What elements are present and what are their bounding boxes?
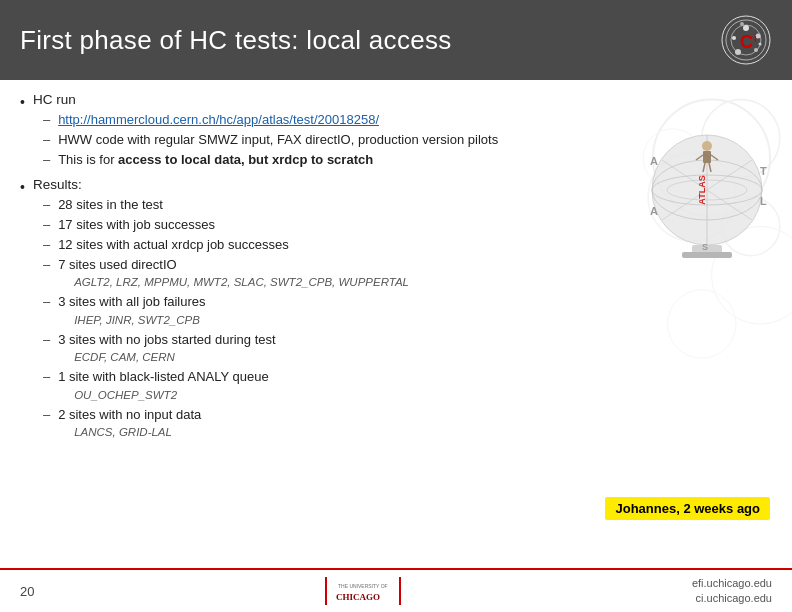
- svg-rect-35: [703, 151, 711, 163]
- svg-text:L: L: [760, 195, 767, 207]
- svg-text:T: T: [760, 165, 767, 177]
- footer-divider-right: [399, 577, 401, 605]
- results-label: Results:: [33, 177, 82, 192]
- footer-logos: THE UNIVERSITY OF CHICAGO: [325, 576, 401, 606]
- svg-point-9: [759, 43, 762, 46]
- svg-text:A: A: [650, 155, 658, 167]
- sites-2-noinput: 2 sites with no input data: [58, 406, 201, 425]
- hc-run-label: HC run: [33, 92, 76, 107]
- svg-point-7: [732, 36, 736, 40]
- list-item: – 17 sites with job successes: [43, 216, 632, 235]
- sites-28: 28 sites in the test: [58, 196, 632, 215]
- list-item: – HWW code with regular SMWZ input, FAX …: [43, 131, 632, 150]
- hww-text: HWW code with regular SMWZ input, FAX di…: [58, 131, 632, 150]
- content-area: • HC run – http://hammercloud.cern.ch/hc…: [0, 80, 792, 568]
- bullet-results: • Results: – 28 sites in the test – 17 s…: [20, 175, 632, 443]
- bullet-hc-run: • HC run – http://hammercloud.cern.ch/hc…: [20, 90, 632, 171]
- slide: First phase of HC tests: local access C …: [0, 0, 792, 612]
- list-item: – 3 sites with all job failures IHEP, JI…: [43, 293, 632, 330]
- sites-3-failures-list: IHEP, JINR, SWT2_CPB: [74, 312, 205, 329]
- highlight-text: Johannes, 2 weeks ago: [615, 501, 760, 516]
- svg-point-8: [740, 22, 744, 26]
- sites-1-blacklist-name: OU_OCHEP_SWT2: [74, 387, 269, 404]
- svg-text:CHICAGO: CHICAGO: [336, 592, 380, 602]
- list-item: – 28 sites in the test: [43, 196, 632, 215]
- svg-text:C: C: [740, 32, 753, 52]
- sites-12: 12 sites with actual xrdcp job successes: [58, 236, 632, 255]
- footer: 20 THE UNIVERSITY OF CHICAGO efi.uchicag…: [0, 568, 792, 612]
- slide-title: First phase of HC tests: local access: [20, 25, 452, 56]
- page-number: 20: [20, 584, 34, 599]
- svg-text:THE UNIVERSITY OF: THE UNIVERSITY OF: [338, 583, 388, 589]
- highlight-annotation: Johannes, 2 weeks ago: [605, 497, 770, 520]
- svg-point-3: [743, 25, 749, 31]
- list-item: – 2 sites with no input data LANCS, GRID…: [43, 406, 632, 443]
- svg-point-5: [754, 48, 758, 52]
- list-item: – http://hammercloud.cern.ch/hc/app/atla…: [43, 111, 632, 130]
- sites-3-nojobs-list: ECDF, CAM, CERN: [74, 349, 276, 366]
- list-item: – 7 sites used directIO AGLT2, LRZ, MPPM…: [43, 256, 632, 293]
- email2: ci.uchicago.edu: [692, 591, 772, 606]
- main-content: • HC run – http://hammercloud.cern.ch/hc…: [20, 90, 632, 568]
- sites-7-list: AGLT2, LRZ, MPPMU, MWT2, SLAC, SWT2_CPB,…: [74, 274, 409, 291]
- list-item: – This is for access to local data, but …: [43, 151, 632, 170]
- list-item: – 12 sites with actual xrdcp job success…: [43, 236, 632, 255]
- bullet-dot-1: •: [20, 92, 25, 113]
- sites-3-failures: 3 sites with all job failures: [58, 293, 205, 312]
- sites-7: 7 sites used directIO: [58, 256, 409, 275]
- bullet-hc-run-content: HC run – http://hammercloud.cern.ch/hc/a…: [33, 90, 632, 171]
- email1: efi.uchicago.edu: [692, 576, 772, 591]
- svg-point-18: [668, 290, 736, 358]
- footer-emails: efi.uchicago.edu ci.uchicago.edu: [692, 576, 772, 607]
- atlas-globe-svg: ATLAS A T L A S: [642, 100, 772, 300]
- atlas-globe-image: ATLAS A T L A S: [642, 100, 772, 300]
- bullet-results-content: Results: – 28 sites in the test – 17 sit…: [33, 175, 632, 443]
- uchicago-logo: THE UNIVERSITY OF CHICAGO: [333, 576, 393, 606]
- sites-1-blacklist: 1 site with black-listed ANALY queue: [58, 368, 269, 387]
- hc-link[interactable]: http://hammercloud.cern.ch/hc/app/atlas/…: [58, 112, 379, 127]
- sites-17: 17 sites with job successes: [58, 216, 632, 235]
- hc-run-list: – http://hammercloud.cern.ch/hc/app/atla…: [43, 111, 632, 170]
- svg-text:S: S: [702, 242, 708, 252]
- sites-3-nojobs: 3 sites with no jobs started during test: [58, 331, 276, 350]
- results-list: – 28 sites in the test – 17 sites with j…: [43, 196, 632, 442]
- svg-point-34: [702, 141, 712, 151]
- logo-icon: C i: [720, 14, 772, 66]
- bullet-dot-2: •: [20, 177, 25, 198]
- list-item: – 3 sites with no jobs started during te…: [43, 331, 632, 368]
- svg-rect-27: [682, 252, 732, 258]
- access-text: This is for access to local data, but xr…: [58, 151, 632, 170]
- header: First phase of HC tests: local access C …: [0, 0, 792, 80]
- svg-text:i: i: [754, 33, 757, 44]
- list-item: – 1 site with black-listed ANALY queue O…: [43, 368, 632, 405]
- svg-text:A: A: [650, 205, 658, 217]
- svg-text:ATLAS: ATLAS: [697, 175, 707, 204]
- footer-divider-left: [325, 577, 327, 605]
- sites-2-noinput-list: LANCS, GRID-LAL: [74, 424, 201, 441]
